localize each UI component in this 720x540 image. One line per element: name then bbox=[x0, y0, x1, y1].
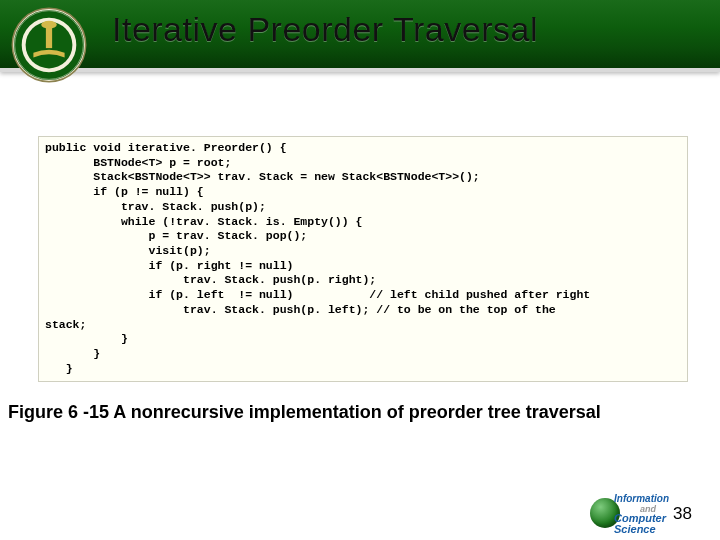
university-crest-icon bbox=[10, 6, 88, 84]
footer-line1: Information bbox=[614, 493, 669, 504]
footer-text: Information and Computer Science bbox=[614, 494, 710, 536]
footer-logo: Information and Computer Science bbox=[590, 492, 710, 532]
header-bar: Iterative Preorder Traversal bbox=[0, 0, 720, 72]
svg-point-4 bbox=[41, 21, 57, 29]
svg-rect-3 bbox=[46, 28, 52, 48]
footer-line2: Computer Science bbox=[614, 513, 710, 536]
figure-caption: Figure 6 -15 A nonrecursive implementati… bbox=[8, 402, 714, 423]
code-block: public void iterative. Preorder() { BSTN… bbox=[38, 136, 688, 382]
slide: Iterative Preorder Traversal public void… bbox=[0, 0, 720, 540]
slide-title: Iterative Preorder Traversal bbox=[112, 10, 538, 49]
